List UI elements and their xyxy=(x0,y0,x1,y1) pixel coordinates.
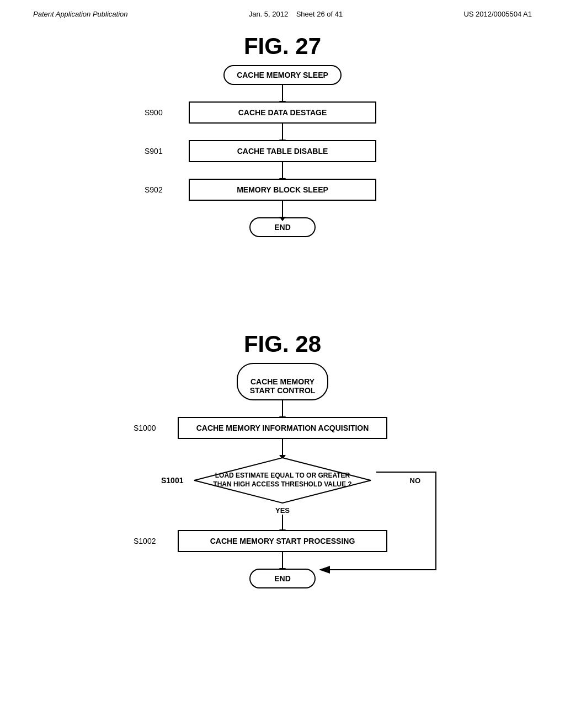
header-right: US 2012/0005504 A1 xyxy=(463,10,532,18)
fig27-step-s901-row: S901 CACHE TABLE DISABLE xyxy=(189,140,376,162)
fig28-step-s1001-id: S1001 xyxy=(161,476,183,485)
fig28-flowchart: CACHE MEMORY START CONTROL S1000 CACHE M… xyxy=(0,363,565,588)
yes-section: YES xyxy=(275,505,290,530)
fig27-step-s901-id: S901 xyxy=(145,147,163,156)
page: Patent Application Publication Jan. 5, 2… xyxy=(0,0,565,728)
header-sheet: Sheet 26 of 41 xyxy=(296,10,343,18)
header-date: Jan. 5, 2012 xyxy=(249,10,289,18)
arrow5 xyxy=(282,400,283,417)
arrow2 xyxy=(282,124,283,140)
page-header: Patent Application Publication Jan. 5, 2… xyxy=(0,0,565,18)
fig28-step-s1000: CACHE MEMORY INFORMATION ACQUISITION xyxy=(178,417,387,439)
fig27-title: FIG. 27 xyxy=(0,33,565,60)
fig28-section: FIG. 28 CACHE MEMORY START CONTROL S1000… xyxy=(0,331,565,588)
arrow7 xyxy=(282,515,283,530)
fig27-step-s900-id: S900 xyxy=(145,108,163,117)
arrow6 xyxy=(282,439,283,456)
fig28-diamond-text: LOAD ESTIMATE EQUAL TO OR GREATER THAN H… xyxy=(213,472,351,489)
fig28-end-node: END xyxy=(249,569,316,588)
fig27-start-node: CACHE MEMORY SLEEP xyxy=(223,65,342,85)
arrow4 xyxy=(282,201,283,217)
fig28-start-node: CACHE MEMORY START CONTROL xyxy=(237,363,329,400)
fig27-step-s902-id: S902 xyxy=(145,185,163,194)
arrow8 xyxy=(282,552,283,569)
fig27-step-s900-row: S900 CACHE DATA DESTAGE xyxy=(189,101,376,124)
fig28-diamond-svg: LOAD ESTIMATE EQUAL TO OR GREATER THAN H… xyxy=(189,456,376,505)
fig28-step-s1000-id: S1000 xyxy=(134,424,156,432)
fig28-step-s1000-row: S1000 CACHE MEMORY INFORMATION ACQUISITI… xyxy=(178,417,387,439)
fig27-step-s901: CACHE TABLE DISABLE xyxy=(189,140,376,162)
fig28-step-s1002-row: S1002 CACHE MEMORY START PROCESSING xyxy=(178,530,387,552)
fig27-section: FIG. 27 CACHE MEMORY SLEEP S900 CACHE DA… xyxy=(0,33,565,237)
header-date-sheet: Jan. 5, 2012 Sheet 26 of 41 xyxy=(249,10,343,18)
fig28-yes-label: YES xyxy=(275,506,290,515)
fig27-step-s900: CACHE DATA DESTAGE xyxy=(189,101,376,124)
fig27-flowchart: CACHE MEMORY SLEEP S900 CACHE DATA DESTA… xyxy=(0,65,565,237)
fig28-end-wrapper: END xyxy=(249,569,316,588)
fig27-step-s902: MEMORY BLOCK SLEEP xyxy=(189,179,376,201)
fig28-diamond-row: S1001 LOAD ESTIMATE EQUAL TO OR GREATER … xyxy=(161,456,404,505)
fig28-title: FIG. 28 xyxy=(0,331,565,357)
arrow3 xyxy=(282,162,283,179)
fig28-step-s1002: CACHE MEMORY START PROCESSING xyxy=(178,530,387,552)
fig27-step-s902-row: S902 MEMORY BLOCK SLEEP xyxy=(189,179,376,201)
header-left: Patent Application Publication xyxy=(33,10,128,18)
arrow1 xyxy=(282,85,283,101)
fig28-no-label: NO xyxy=(410,477,421,485)
fig28-step-s1002-id: S1002 xyxy=(134,537,156,545)
